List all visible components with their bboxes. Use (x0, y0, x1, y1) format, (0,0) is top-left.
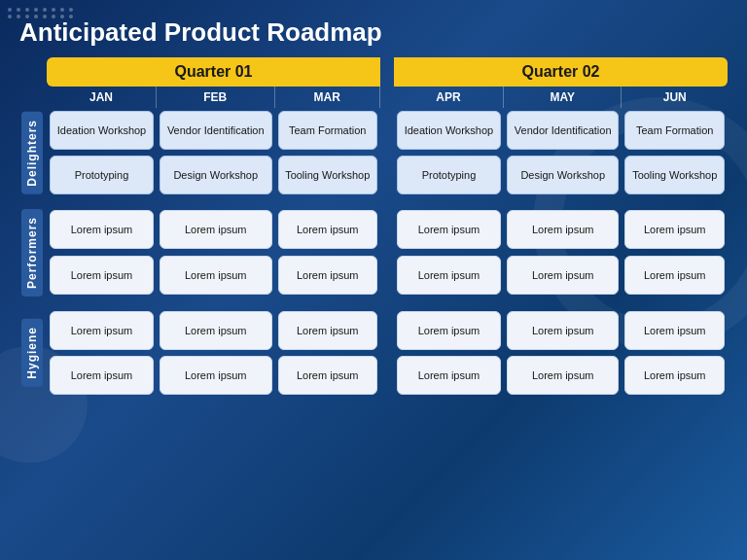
card-p2-jun: Lorem ipsum (624, 256, 725, 295)
card-p1-jan: Lorem ipsum (50, 210, 154, 249)
main-container: Anticipated Product Roadmap Quarter 01 Q… (0, 0, 747, 407)
card-p2-apr: Lorem ipsum (397, 256, 501, 295)
delighters-label: Delighters (21, 112, 43, 194)
card-p1-mar: Lorem ipsum (278, 210, 377, 249)
card-p1-apr: Lorem ipsum (397, 210, 501, 249)
card-d2-jun: Tooling Workshop (624, 156, 725, 194)
card-d2-feb: Design Workshop (160, 156, 272, 194)
card-h1-jun: Lorem ipsum (624, 311, 725, 350)
card-h2-jun: Lorem ipsum (624, 356, 725, 395)
quarter-row: Quarter 01 Quarter 02 (19, 57, 728, 87)
month-row: JAN FEB MAR APR MAY JUN (19, 87, 728, 108)
hygiene-row-1: Hygiene Lorem ipsum Lorem ipsum Lorem ip… (19, 308, 728, 353)
card-d1-may: Vendor Identification (507, 111, 620, 150)
performers-row-1: Performers Lorem ipsum Lorem ipsum Lorem… (19, 207, 728, 253)
hygiene-label: Hygiene (21, 319, 43, 387)
card-d2-may: Design Workshop (507, 156, 620, 194)
card-h2-jan: Lorem ipsum (50, 356, 154, 395)
card-p1-feb: Lorem ipsum (160, 210, 272, 249)
gap-1 (19, 197, 728, 207)
performers-row-2: Lorem ipsum Lorem ipsum Lorem ipsum Lore… (19, 253, 728, 298)
card-h1-mar: Lorem ipsum (278, 311, 377, 350)
delighters-row-1: Delighters Ideation Workshop Vendor Iden… (19, 108, 728, 153)
card-h1-apr: Lorem ipsum (397, 311, 501, 350)
card-d1-mar: Team Formation (278, 111, 377, 150)
card-p1-jun: Lorem ipsum (624, 210, 725, 249)
d1-jun: Team Formation (622, 108, 728, 153)
d1-jan: Ideation Workshop (47, 108, 157, 153)
d1-mar: Team Formation (275, 108, 380, 153)
card-d2-mar: Tooling Workshop (278, 156, 377, 194)
card-h2-may: Lorem ipsum (507, 356, 620, 395)
d1-may: Vendor Identification (504, 108, 622, 153)
card-d1-jan: Ideation Workshop (50, 111, 154, 150)
performers-label: Performers (21, 209, 43, 297)
card-p1-may: Lorem ipsum (507, 210, 620, 249)
quarter-2-cell: Quarter 02 (394, 57, 728, 87)
quarter-divider (380, 57, 394, 87)
card-h1-may: Lorem ipsum (507, 311, 620, 350)
quarter-1-label: Quarter 01 (47, 57, 380, 87)
card-p2-jan: Lorem ipsum (50, 256, 154, 295)
card-d2-apr: Prototyping (397, 156, 501, 194)
card-h1-feb: Lorem ipsum (160, 311, 272, 350)
card-d2-jan: Prototyping (50, 156, 154, 194)
quarter-1-cell: Quarter 01 (47, 57, 380, 87)
month-mar: MAR (275, 87, 380, 108)
month-apr: APR (394, 87, 504, 108)
d1-apr: Ideation Workshop (394, 108, 504, 153)
corner-cell (19, 57, 47, 87)
card-h2-mar: Lorem ipsum (278, 356, 377, 395)
card-h2-apr: Lorem ipsum (397, 356, 501, 395)
hygiene-row-2: Lorem ipsum Lorem ipsum Lorem ipsum Lore… (19, 353, 728, 398)
card-p2-may: Lorem ipsum (507, 256, 620, 295)
delighters-label-cell: Delighters (19, 108, 47, 197)
hygiene-label-cell: Hygiene (19, 308, 47, 398)
performers-label-cell: Performers (19, 207, 47, 298)
month-jun: JUN (622, 87, 728, 108)
card-p2-mar: Lorem ipsum (278, 256, 377, 295)
card-p2-feb: Lorem ipsum (160, 256, 272, 295)
card-h1-jan: Lorem ipsum (50, 311, 154, 350)
month-jan: JAN (47, 87, 157, 108)
month-feb: FEB (157, 87, 275, 108)
roadmap-table: Quarter 01 Quarter 02 JAN FEB MAR APR MA… (19, 57, 728, 398)
card-d1-apr: Ideation Workshop (397, 111, 501, 150)
delighters-row-2: Prototyping Design Workshop Tooling Work… (19, 153, 728, 197)
gap-2 (19, 298, 728, 308)
card-d1-feb: Vendor Identification (160, 111, 272, 150)
card-d1-jun: Team Formation (624, 111, 725, 150)
d1-feb: Vendor Identification (157, 108, 275, 153)
page-title: Anticipated Product Roadmap (19, 18, 728, 48)
month-may: MAY (504, 87, 622, 108)
quarter-2-label: Quarter 02 (394, 57, 728, 87)
card-h2-feb: Lorem ipsum (160, 356, 272, 395)
